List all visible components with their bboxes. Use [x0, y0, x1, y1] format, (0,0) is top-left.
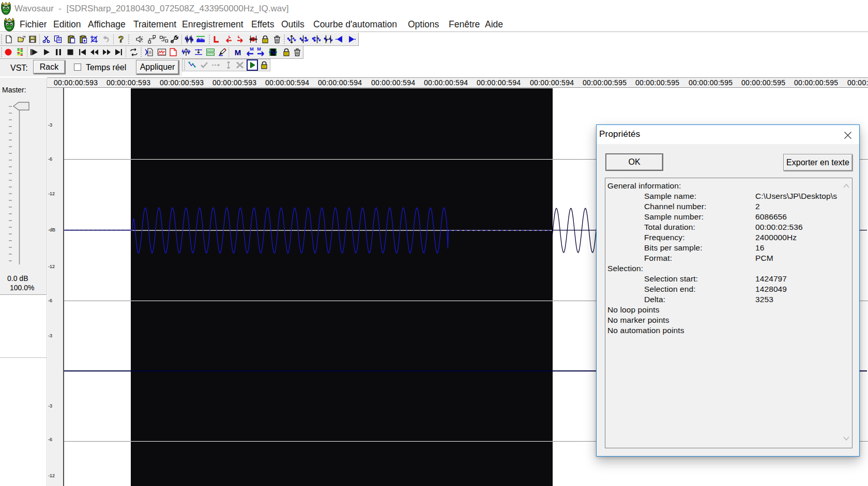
svg-text:M: M: [235, 48, 241, 57]
svg-text:M: M: [250, 46, 254, 52]
svg-text:?: ?: [118, 35, 124, 44]
svg-text:M: M: [257, 46, 261, 52]
